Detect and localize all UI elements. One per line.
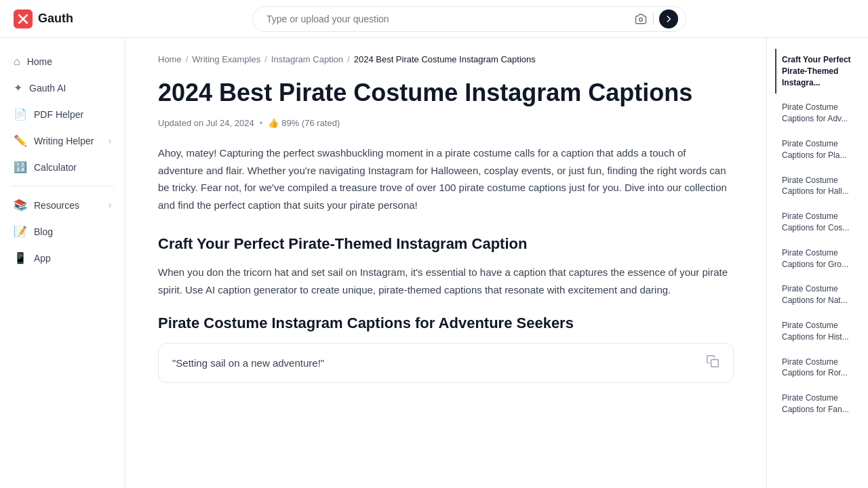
right-panel-item-4[interactable]: Pirate Costume Captions for Cos... <box>775 205 860 239</box>
right-panel-item-1[interactable]: Pirate Costume Captions for Adv... <box>775 96 860 130</box>
caption-card: "Setting sail on a new adventure!" <box>158 343 734 383</box>
sidebar-item-gauth-ai[interactable]: ✦ Gauth AI <box>0 75 125 101</box>
right-panel-item-7[interactable]: Pirate Costume Captions for Hist... <box>775 314 860 348</box>
meta-dot: • <box>260 118 263 128</box>
right-panel-item-3[interactable]: Pirate Costume Captions for Hall... <box>775 169 860 203</box>
layout: ⌂ Home ✦ Gauth AI 📄 PDF Helper ✏️ Writin… <box>0 38 868 488</box>
sidebar-item-calculator[interactable]: 🔢 Calculator <box>0 154 125 180</box>
sidebar-label-home: Home <box>27 56 52 67</box>
chevron-icon-resources: › <box>108 201 111 210</box>
sidebar-item-pdf-helper[interactable]: 📄 PDF Helper <box>0 101 125 127</box>
sidebar-item-writing-helper[interactable]: ✏️ Writing Helper › <box>0 127 125 154</box>
search-bar <box>252 6 686 32</box>
logo-icon <box>14 9 33 28</box>
right-panel-item-9[interactable]: Pirate Costume Captions for Fan... <box>775 387 860 421</box>
caption-text: "Setting sail on a new adventure!" <box>172 357 324 369</box>
sidebar-label-blog: Blog <box>34 226 53 237</box>
header: Gauth <box>0 0 868 38</box>
right-panel: Craft Your Perfect Pirate-Themed Instagr… <box>766 38 868 488</box>
rating-value: 89% (76 rated) <box>281 118 340 128</box>
right-panel-item-2[interactable]: Pirate Costume Captions for Pla... <box>775 133 860 167</box>
sidebar-item-app[interactable]: 📱 App <box>0 245 125 271</box>
breadcrumb: Home / Writing Examples / Instagram Capt… <box>158 54 734 64</box>
breadcrumb-current: 2024 Best Pirate Costume Instagram Capti… <box>354 54 536 64</box>
logo[interactable]: Gauth <box>14 9 73 28</box>
sidebar-item-resources[interactable]: 📚 Resources › <box>0 192 125 218</box>
copy-button[interactable] <box>706 354 719 371</box>
article-rating: 👍 89% (76 rated) <box>268 118 340 128</box>
breadcrumb-home[interactable]: Home <box>158 54 182 64</box>
main-content: Home / Writing Examples / Instagram Capt… <box>125 38 766 488</box>
section-body-craft: When you don the tricorn hat and set sai… <box>158 264 734 298</box>
breadcrumb-sep-3: / <box>347 54 350 64</box>
article-intro: Ahoy, matey! Capturing the perfect swash… <box>158 144 734 214</box>
article-updated: Updated on Jul 24, 2024 <box>158 118 254 128</box>
sidebar-icon-blog: 📝 <box>14 225 27 238</box>
sidebar-divider <box>11 186 114 186</box>
chevron-icon-writing-helper: › <box>108 136 111 146</box>
article-meta: Updated on Jul 24, 2024 • 👍 89% (76 rate… <box>158 118 734 128</box>
right-panel-item-8[interactable]: Pirate Costume Captions for Ror... <box>775 351 860 385</box>
svg-point-2 <box>639 18 643 21</box>
sidebar-item-blog[interactable]: 📝 Blog <box>0 218 125 245</box>
section-title-craft: Craft Your Perfect Pirate-Themed Instagr… <box>158 235 734 253</box>
svg-rect-3 <box>711 360 719 367</box>
camera-button[interactable] <box>634 12 648 26</box>
article-title: 2024 Best Pirate Costume Instagram Capti… <box>158 78 734 107</box>
search-submit-button[interactable] <box>659 9 678 28</box>
breadcrumb-sep-2: / <box>264 54 267 64</box>
section-title-adventure: Pirate Costume Instagram Captions for Ad… <box>158 314 734 332</box>
right-panel-item-6[interactable]: Pirate Costume Captions for Nat... <box>775 278 860 312</box>
breadcrumb-instagram-caption[interactable]: Instagram Caption <box>271 54 343 64</box>
right-panel-item-5[interactable]: Pirate Costume Captions for Gro... <box>775 242 860 276</box>
right-panel-item-0[interactable]: Craft Your Perfect Pirate-Themed Instagr… <box>775 49 860 94</box>
breadcrumb-writing-examples[interactable]: Writing Examples <box>192 54 260 64</box>
search-divider <box>653 13 654 25</box>
sidebar-item-home[interactable]: ⌂ Home <box>0 49 125 75</box>
sidebar-icon-gauth-ai: ✦ <box>14 81 22 94</box>
sidebar-label-pdf-helper: PDF Helper <box>34 109 83 120</box>
sidebar-icon-pdf-helper: 📄 <box>14 108 27 121</box>
sidebar-icon-resources: 📚 <box>14 199 27 211</box>
sidebar-label-calculator: Calculator <box>34 162 77 173</box>
sidebar: ⌂ Home ✦ Gauth AI 📄 PDF Helper ✏️ Writin… <box>0 38 125 488</box>
sidebar-label-app: App <box>34 253 51 264</box>
search-icons <box>634 9 678 28</box>
sidebar-icon-writing-helper: ✏️ <box>14 134 27 147</box>
sidebar-icon-home: ⌂ <box>14 56 20 68</box>
breadcrumb-sep-1: / <box>186 54 189 64</box>
sidebar-label-gauth-ai: Gauth AI <box>29 83 66 94</box>
search-input[interactable] <box>252 6 686 32</box>
sidebar-icon-app: 📱 <box>14 251 27 264</box>
sidebar-label-resources: Resources <box>34 200 79 211</box>
sidebar-label-writing-helper: Writing Helper <box>34 136 94 146</box>
sidebar-icon-calculator: 🔢 <box>14 161 27 174</box>
logo-text: Gauth <box>38 12 73 26</box>
rating-icon: 👍 <box>268 118 279 128</box>
